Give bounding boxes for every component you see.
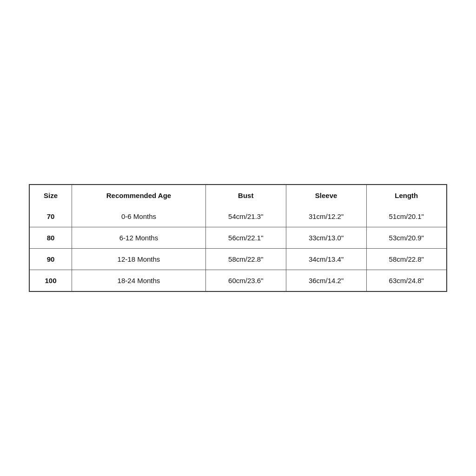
cell-size: 70 xyxy=(30,206,72,227)
table-row: 9012-18 Months58cm/22.8"34cm/13.4"58cm/2… xyxy=(30,249,446,270)
cell-sleeve: 31cm/12.2" xyxy=(286,206,366,227)
cell-age: 18-24 Months xyxy=(72,270,206,291)
cell-bust: 54cm/21.3" xyxy=(205,206,286,227)
cell-sleeve: 33cm/13.0" xyxy=(286,227,366,249)
cell-size: 100 xyxy=(30,270,72,291)
cell-bust: 60cm/23.6" xyxy=(205,270,286,291)
header-size: Size xyxy=(30,185,72,206)
cell-age: 12-18 Months xyxy=(72,249,206,270)
size-chart-container: Size Recommended Age Bust Sleeve Length … xyxy=(29,184,447,292)
cell-age: 0-6 Months xyxy=(72,206,206,227)
cell-length: 58cm/22.8" xyxy=(366,249,446,270)
table-row: 10018-24 Months60cm/23.6"36cm/14.2"63cm/… xyxy=(30,270,446,291)
cell-size: 90 xyxy=(30,249,72,270)
cell-age: 6-12 Months xyxy=(72,227,206,249)
cell-length: 63cm/24.8" xyxy=(366,270,446,291)
cell-sleeve: 34cm/13.4" xyxy=(286,249,366,270)
cell-length: 51cm/20.1" xyxy=(366,206,446,227)
cell-sleeve: 36cm/14.2" xyxy=(286,270,366,291)
header-recommended-age: Recommended Age xyxy=(72,185,206,206)
cell-length: 53cm/20.9" xyxy=(366,227,446,249)
header-bust: Bust xyxy=(205,185,286,206)
header-sleeve: Sleeve xyxy=(286,185,366,206)
cell-bust: 56cm/22.1" xyxy=(205,227,286,249)
header-length: Length xyxy=(366,185,446,206)
cell-bust: 58cm/22.8" xyxy=(205,249,286,270)
size-chart-table: Size Recommended Age Bust Sleeve Length … xyxy=(30,185,446,291)
table-row: 700-6 Months54cm/21.3"31cm/12.2"51cm/20.… xyxy=(30,206,446,227)
table-header-row: Size Recommended Age Bust Sleeve Length xyxy=(30,185,446,206)
cell-size: 80 xyxy=(30,227,72,249)
table-row: 806-12 Months56cm/22.1"33cm/13.0"53cm/20… xyxy=(30,227,446,249)
